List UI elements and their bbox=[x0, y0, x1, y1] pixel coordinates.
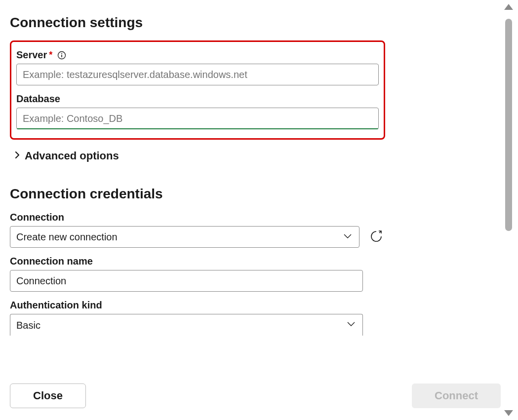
database-label: Database bbox=[16, 93, 60, 105]
auth-kind-label: Authentication kind bbox=[10, 300, 102, 311]
auth-kind-field-group: Authentication kind Basic bbox=[10, 300, 385, 336]
connection-credentials-heading: Connection credentials bbox=[10, 186, 385, 202]
connect-button[interactable]: Connect bbox=[412, 383, 501, 408]
connection-select[interactable]: Create new connection bbox=[10, 226, 359, 248]
dialog-footer: Close Connect bbox=[10, 383, 501, 408]
connection-label: Connection bbox=[10, 212, 64, 223]
database-active-underline bbox=[17, 128, 378, 129]
advanced-options-label: Advanced options bbox=[25, 150, 119, 162]
auth-kind-select[interactable]: Basic bbox=[10, 314, 363, 336]
scroll-up-arrow-icon[interactable] bbox=[504, 4, 513, 10]
connection-name-label: Connection name bbox=[10, 256, 93, 267]
connection-settings-heading: Connection settings bbox=[10, 15, 385, 31]
close-button[interactable]: Close bbox=[10, 383, 86, 408]
refresh-icon bbox=[369, 229, 383, 245]
database-field-group: Database bbox=[16, 93, 379, 129]
scroll-down-arrow-icon[interactable] bbox=[504, 410, 513, 416]
server-label: Server bbox=[16, 49, 47, 61]
connection-name-field-group: Connection name bbox=[10, 256, 385, 292]
scrollbar-thumb[interactable] bbox=[505, 19, 512, 231]
svg-rect-2 bbox=[61, 54, 62, 57]
vertical-scrollbar[interactable] bbox=[502, 0, 515, 420]
refresh-button[interactable] bbox=[367, 228, 385, 246]
chevron-right-icon bbox=[14, 151, 21, 162]
server-input[interactable] bbox=[16, 64, 379, 85]
svg-point-1 bbox=[61, 53, 62, 54]
info-icon[interactable] bbox=[57, 51, 66, 60]
database-input[interactable] bbox=[16, 108, 379, 129]
connection-field-group: Connection Create new connection bbox=[10, 212, 385, 248]
scrollbar-track-area[interactable] bbox=[505, 19, 512, 401]
connection-settings-highlight: Server * Database bbox=[10, 40, 385, 140]
connection-name-input[interactable] bbox=[10, 270, 363, 292]
required-indicator: * bbox=[49, 50, 52, 60]
server-field-group: Server * bbox=[16, 49, 379, 85]
advanced-options-toggle[interactable]: Advanced options bbox=[10, 145, 385, 162]
